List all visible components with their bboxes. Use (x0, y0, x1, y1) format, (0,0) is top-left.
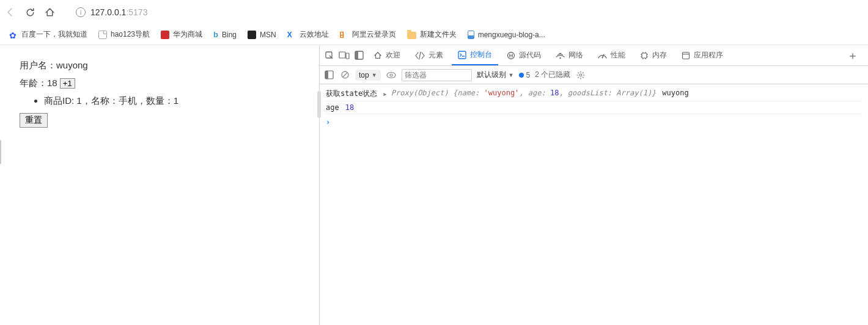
console-prompt[interactable]: › (326, 114, 862, 126)
svg-point-15 (390, 74, 392, 76)
device-toggle-icon[interactable] (338, 49, 350, 62)
dock-icon[interactable] (353, 49, 365, 62)
username-line: 用户名：wuyong (20, 60, 300, 71)
live-expression-icon[interactable] (386, 70, 397, 81)
svg-point-14 (387, 72, 395, 78)
bookmark-mengxuegu[interactable]: mengxuegu-blog-a... (468, 31, 545, 39)
svg-rect-1 (339, 52, 345, 58)
goods-item: 商品ID: 1，名称：手机，数量：1 (44, 95, 300, 107)
issue-dot-icon (519, 73, 524, 78)
tab-elements[interactable]: 元素 (409, 45, 449, 65)
bookmark-huawei[interactable]: 华为商城 (161, 29, 202, 40)
url-text: 127.0.0.1:5173 (90, 7, 147, 17)
increment-button[interactable]: +1 (60, 78, 75, 89)
reload-icon[interactable] (24, 7, 35, 18)
resize-handle-right[interactable] (317, 91, 321, 118)
log-row[interactable]: age 18 (326, 101, 862, 114)
svg-rect-4 (355, 51, 358, 59)
bookmarks-bar: ✿百度一下，我就知道 hao123导航 华为商城 bBing MSN X云效地址… (0, 24, 868, 45)
reset-button[interactable]: 重置 (20, 113, 48, 128)
page-content: 用户名：wuyong 年龄：18 +1 商品ID: 1，名称：手机，数量：1 重… (0, 45, 320, 325)
clear-console-icon[interactable] (339, 70, 350, 81)
filter-input[interactable] (402, 69, 472, 81)
msn-icon (248, 31, 256, 39)
svg-rect-9 (642, 53, 647, 58)
folder-icon (407, 32, 416, 39)
tab-memory[interactable]: 内存 (634, 45, 673, 65)
aliyun-icon: [-] (340, 31, 348, 39)
huawei-icon (161, 31, 169, 39)
expand-arrow-icon[interactable]: ▶ (383, 91, 386, 97)
yunxiao-icon: X (287, 31, 296, 39)
svg-point-7 (559, 57, 561, 59)
svg-rect-5 (458, 51, 466, 59)
toggle-sidebar-icon[interactable] (323, 70, 334, 81)
bookmark-msn[interactable]: MSN (248, 31, 276, 39)
baidu-icon: ✿ (9, 31, 18, 39)
bing-icon: b (213, 30, 218, 39)
tab-application[interactable]: 应用程序 (675, 45, 729, 65)
devtools-panel: 欢迎 元素 控制台 源代码 网络 性能 (320, 45, 868, 325)
console-toolbar: top▼ 默认级别▼ 5 2 个已隐藏 (320, 66, 868, 84)
bookmark-newfolder[interactable]: 新建文件夹 (407, 29, 457, 40)
bookmark-yunxiao[interactable]: X云效地址 (287, 29, 329, 40)
bookmark-aliyun[interactable]: [-]阿里云登录页 (340, 29, 396, 40)
tab-performance[interactable]: 性能 (592, 45, 631, 65)
log-row[interactable]: 获取state状态 ▶ Proxy(Object) {name: 'wuyong… (326, 87, 862, 101)
tab-welcome[interactable]: 欢迎 (367, 45, 406, 65)
context-selector[interactable]: top▼ (355, 70, 381, 81)
add-tab-button[interactable]: ＋ (841, 48, 864, 63)
page-icon (98, 31, 107, 39)
svg-rect-2 (346, 53, 349, 59)
address-bar[interactable]: i 127.0.0.1:5173 (76, 7, 863, 17)
issues-indicator[interactable]: 5 (519, 71, 531, 79)
object-expand[interactable]: ▶ Proxy(Object) {name: 'wuyong', age: 18… (383, 89, 656, 97)
tab-console[interactable]: 控制台 (452, 45, 498, 65)
hidden-count[interactable]: 2 个已隐藏 (535, 70, 570, 80)
console-output: 获取state状态 ▶ Proxy(Object) {name: 'wuyong… (320, 84, 868, 325)
inspect-icon[interactable] (323, 49, 336, 62)
svg-point-16 (579, 74, 582, 76)
svg-rect-12 (325, 71, 328, 79)
home-icon[interactable] (44, 7, 55, 18)
tab-sources[interactable]: 源代码 (501, 45, 547, 65)
blog-icon (468, 31, 474, 39)
svg-rect-10 (683, 52, 690, 59)
back-icon[interactable] (5, 7, 16, 18)
log-level-selector[interactable]: 默认级别▼ (477, 70, 514, 80)
tab-network[interactable]: 网络 (550, 45, 589, 65)
console-settings-icon[interactable] (575, 70, 586, 81)
svg-point-8 (602, 57, 603, 59)
bookmark-bing[interactable]: bBing (213, 30, 237, 39)
site-info-icon[interactable]: i (76, 7, 86, 17)
bookmark-baidu[interactable]: ✿百度一下，我就知道 (9, 29, 87, 40)
resize-handle-left[interactable] (0, 140, 1, 164)
browser-nav-bar: i 127.0.0.1:5173 (0, 0, 868, 24)
devtools-tabstrip: 欢迎 元素 控制台 源代码 网络 性能 (320, 45, 868, 66)
bookmark-hao123[interactable]: hao123导航 (98, 29, 150, 40)
age-line: 年龄：18 +1 (20, 78, 300, 89)
